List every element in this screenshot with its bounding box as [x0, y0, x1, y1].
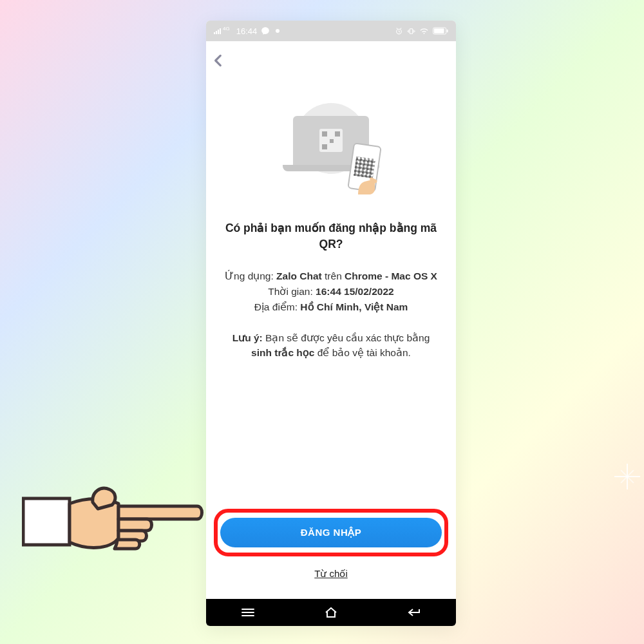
content-area: Có phải bạn muốn đăng nhập bằng mã QR? Ứ…: [206, 80, 456, 599]
alarm-icon: [395, 27, 403, 35]
phone-frame: 4G 16:44: [206, 21, 456, 626]
login-details: Ứng dụng: Zalo Chat trên Chrome - Mac OS…: [225, 269, 437, 315]
svg-rect-1: [216, 31, 217, 34]
battery-icon: [433, 27, 448, 35]
note-pre: Bạn sẽ được yêu cầu xác thực bằng: [265, 332, 430, 343]
messenger-icon: [261, 26, 270, 35]
security-note: Lưu ý: Bạn sẽ được yêu cầu xác thực bằng…: [220, 330, 442, 361]
wifi-icon: [419, 27, 429, 35]
status-bar: 4G 16:44: [206, 21, 456, 41]
app-name: Zalo Chat: [276, 270, 322, 281]
app-bar: [206, 41, 456, 80]
svg-point-4: [276, 29, 279, 33]
network-signal-icon: [214, 28, 222, 34]
qr-login-illustration: [279, 97, 383, 193]
location-value: Hồ Chí Minh, Việt Nam: [300, 301, 408, 312]
decline-link[interactable]: Từ chối: [314, 568, 348, 580]
time-label: Thời gian:: [268, 286, 312, 297]
svg-rect-2: [218, 30, 219, 34]
note-bold: sinh trắc học: [251, 347, 314, 358]
android-nav-bar: [206, 599, 456, 626]
svg-rect-9: [434, 28, 444, 33]
sparkle-decoration: [614, 464, 640, 489]
heading: Có phải bạn muốn đăng nhập bằng mã QR?: [220, 220, 442, 252]
svg-rect-10: [23, 498, 70, 545]
login-button[interactable]: ĐĂNG NHẬP: [220, 518, 442, 547]
svg-rect-0: [214, 32, 215, 34]
network-type-label: 4G: [223, 26, 230, 32]
note-label: Lưu ý:: [232, 332, 263, 343]
app-label: Ứng dụng:: [225, 270, 274, 281]
nav-home-icon[interactable]: [323, 605, 339, 620]
svg-rect-3: [220, 28, 221, 34]
location-label: Địa điểm:: [254, 301, 298, 312]
app-browser: Chrome - Mac OS X: [345, 270, 437, 281]
time-value: 16:44 15/02/2022: [316, 286, 394, 297]
nav-back-icon[interactable]: [406, 605, 422, 620]
svg-rect-8: [447, 30, 448, 33]
back-icon[interactable]: [210, 52, 227, 69]
status-time: 16:44: [236, 26, 258, 36]
app-on: trên: [325, 270, 342, 281]
svg-rect-6: [410, 28, 412, 33]
annotation-pointing-hand-icon: [22, 466, 209, 569]
vibrate-icon: [407, 27, 415, 35]
app-running-icon: [274, 27, 281, 35]
note-post: để bảo vệ tài khoản.: [317, 347, 411, 358]
nav-recent-icon[interactable]: [240, 605, 256, 620]
